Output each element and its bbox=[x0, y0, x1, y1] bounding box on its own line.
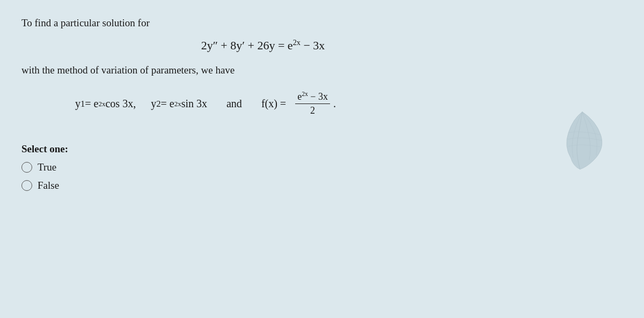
content-wrapper: To find a particular solution for 2y″ + … bbox=[21, 17, 504, 198]
y2-expression: y2 = e2x sin 3x bbox=[151, 98, 207, 110]
false-radio[interactable] bbox=[21, 180, 32, 191]
intro-text: To find a particular solution for bbox=[21, 17, 504, 29]
y1-expression: y1 = e2x cos 3x, bbox=[75, 98, 136, 110]
true-option[interactable]: True bbox=[21, 161, 504, 173]
fx-denominator: 2 bbox=[310, 104, 315, 116]
fx-period: . bbox=[333, 98, 336, 110]
select-one-label: Select one: bbox=[21, 143, 504, 155]
fx-fraction: e2x − 3x 2 bbox=[295, 91, 330, 116]
fx-numerator: e2x − 3x bbox=[295, 91, 330, 104]
main-equation: 2y″ + 8y′ + 26y = e2x − 3x bbox=[21, 39, 504, 53]
true-radio[interactable] bbox=[21, 162, 32, 173]
method-text: with the method of variation of paramete… bbox=[21, 64, 504, 76]
main-equation-text: 2y″ + 8y′ + 26y = e2x − 3x bbox=[201, 39, 325, 52]
and-word: and bbox=[226, 98, 242, 110]
true-label: True bbox=[38, 161, 56, 173]
bird-decoration bbox=[550, 107, 614, 172]
false-label: False bbox=[38, 180, 59, 191]
fx-label: f(x) = bbox=[261, 98, 286, 110]
math-expressions-row: y1 = e2x cos 3x, y2 = e2x sin 3x and f(x… bbox=[75, 91, 504, 116]
false-option[interactable]: False bbox=[21, 180, 504, 191]
select-section: Select one: True False bbox=[21, 143, 504, 191]
fx-expression: f(x) = e2x − 3x 2 . bbox=[261, 91, 336, 116]
